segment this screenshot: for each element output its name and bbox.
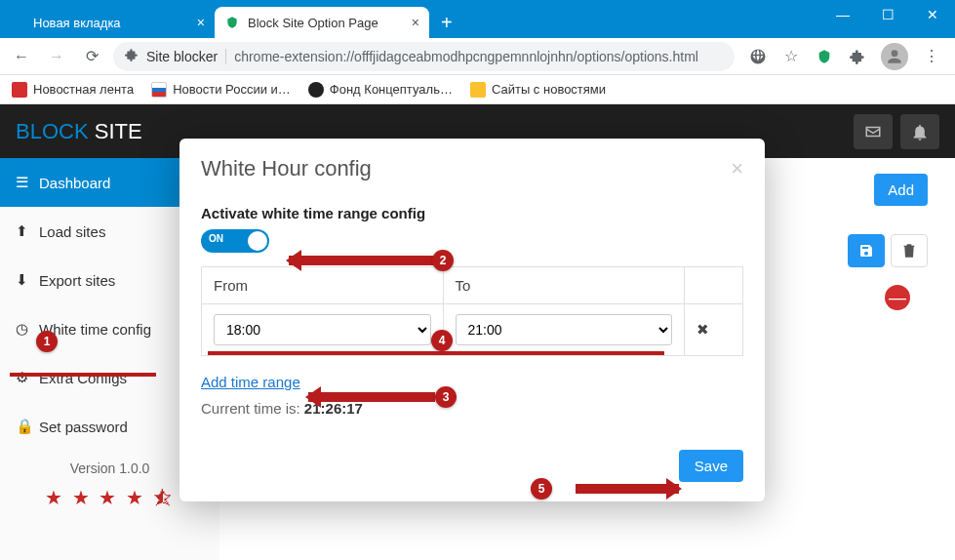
extension-blocksite-icon[interactable]: [815, 47, 834, 66]
tab-label: Block Site Option Page: [248, 16, 378, 30]
star-icon[interactable]: ☆: [781, 47, 801, 66]
bookmarks-bar: Новостная лента Новости России и… Фонд К…: [0, 75, 955, 104]
mail-button[interactable]: [854, 114, 893, 149]
close-icon[interactable]: ×: [189, 15, 205, 30]
tab-options[interactable]: Block Site Option Page ×: [215, 7, 429, 38]
gear-icon: ⚙: [16, 369, 31, 386]
annotation-badge-4: 4: [431, 330, 453, 351]
bookmark-icon: [151, 82, 167, 98]
favicon-blank: [10, 15, 25, 30]
remove-entry-button[interactable]: —: [885, 285, 910, 310]
download-icon: ⬇: [16, 271, 31, 289]
annotation-badge-3: 3: [435, 386, 457, 408]
bell-button[interactable]: [900, 114, 939, 149]
lock-icon: 🔒: [16, 418, 31, 435]
bookmark-item[interactable]: Новостная лента: [12, 82, 134, 98]
annotation-arrow-5: [576, 484, 679, 494]
annotation-arrow-3: [308, 392, 435, 402]
current-time-row: Current time is: 21:26:17: [201, 400, 743, 417]
activate-toggle[interactable]: ON: [201, 229, 269, 253]
url-box[interactable]: Site blocker chrome-extension://offfjida…: [113, 42, 735, 71]
to-select[interactable]: 21:00: [456, 314, 673, 345]
tab-new[interactable]: Новая вкладка ×: [0, 7, 215, 38]
upload-icon: ⬆: [16, 222, 31, 240]
menu-bars-icon: ☰: [16, 174, 31, 191]
maximize-button[interactable]: ☐: [865, 0, 910, 29]
clock-icon: ◷: [16, 320, 31, 338]
toggle-knob: [248, 231, 267, 251]
back-button[interactable]: ←: [8, 43, 35, 70]
delete-range-button[interactable]: ✖: [685, 304, 743, 356]
annotation-underline-1: [10, 373, 156, 377]
annotation-badge-1: 1: [36, 331, 58, 352]
white-hour-modal: White Hour config × Activate white time …: [179, 139, 765, 501]
time-range-table: From To 18:00 21:00 ✖: [201, 266, 743, 356]
row-delete-button[interactable]: [891, 234, 928, 267]
favicon-shield-icon: [224, 15, 240, 30]
annotation-underline-4: [208, 351, 664, 355]
annotation-badge-5: 5: [531, 478, 552, 500]
url-text: chrome-extension://offfjidagceabmodhpcng…: [234, 49, 698, 64]
modal-title: White Hour config: [201, 156, 372, 181]
add-time-range-link[interactable]: Add time range: [201, 374, 300, 390]
add-button[interactable]: Add: [874, 174, 928, 206]
col-from: From: [202, 267, 444, 304]
modal-close-button[interactable]: ×: [731, 156, 743, 181]
col-to: To: [443, 267, 685, 304]
annotation-badge-2: 2: [432, 250, 454, 271]
minimize-button[interactable]: —: [820, 0, 865, 29]
annotation-arrow-2: [289, 256, 433, 265]
bookmark-icon: [308, 82, 324, 98]
address-bar: ← → ⟳ Site blocker chrome-extension://of…: [0, 38, 955, 75]
translate-icon[interactable]: [748, 47, 768, 66]
row-save-button[interactable]: [848, 234, 885, 267]
site-info: Site blocker: [146, 49, 226, 64]
window-controls: — ☐ ✕: [820, 0, 955, 38]
bookmark-item[interactable]: Фонд Концептуаль…: [308, 82, 453, 98]
close-icon[interactable]: ×: [404, 15, 419, 30]
from-select[interactable]: 18:00: [214, 314, 431, 345]
new-tab-button[interactable]: +: [429, 7, 464, 38]
bookmark-icon: [12, 82, 27, 98]
extensions-icon[interactable]: [848, 47, 867, 66]
bookmark-item[interactable]: Сайты с новостями: [470, 82, 606, 98]
browser-titlebar: Новая вкладка × Block Site Option Page ×…: [0, 0, 955, 38]
forward-button[interactable]: →: [43, 43, 70, 70]
close-window-button[interactable]: ✕: [910, 0, 955, 29]
app-title: BLOCK SITE: [16, 119, 142, 144]
menu-icon[interactable]: ⋮: [922, 47, 941, 66]
activate-label: Activate white time range config: [201, 205, 743, 221]
extension-icon: [125, 48, 139, 64]
reload-button[interactable]: ⟳: [78, 43, 105, 70]
profile-avatar[interactable]: [881, 43, 908, 70]
tab-label: Новая вкладка: [33, 16, 121, 30]
bookmark-item[interactable]: Новости России и…: [151, 82, 291, 98]
bookmark-icon: [470, 82, 486, 98]
